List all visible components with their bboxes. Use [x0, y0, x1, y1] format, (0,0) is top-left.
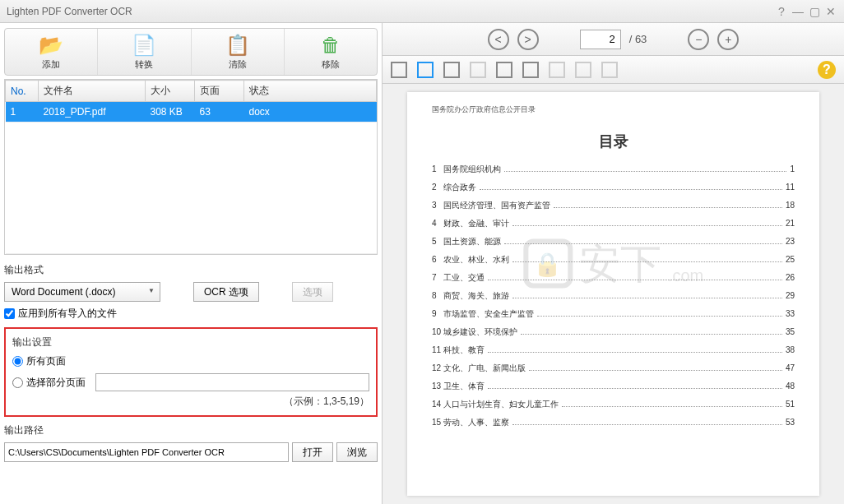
view-mode-4-icon	[470, 62, 486, 78]
preview-area: 国务院办公厅政府信息公开目录 目录 1国务院组织机构12综合政务113国民经济管…	[383, 84, 844, 504]
file-table: No. 文件名 大小 页面 状态 1 2018_PDF.pdf 308 KB 6…	[4, 79, 378, 255]
all-pages-label: 所有页面	[26, 354, 66, 368]
toc-line: 15劳动、人事、监察53	[432, 417, 795, 428]
toc-line: 7工业、交通26	[432, 272, 795, 284]
remove-icon: 🗑	[321, 34, 341, 57]
partial-pages-radio[interactable]: 选择部分页面	[12, 373, 369, 391]
all-pages-input[interactable]	[12, 356, 23, 367]
minimize-icon[interactable]: —	[791, 5, 805, 18]
view-mode-9-icon	[601, 62, 618, 78]
output-format-section: 输出格式 Word Document (.docx) OCR 选项 选项 应用到…	[4, 263, 378, 321]
clear-label: 清除	[229, 58, 247, 71]
ocr-options-button[interactable]: OCR 选项	[193, 282, 259, 302]
all-pages-radio[interactable]: 所有页面	[12, 354, 369, 368]
partial-pages-label: 选择部分页面	[26, 376, 86, 390]
apply-all-checkbox[interactable]: 应用到所有导入的文件	[4, 307, 378, 321]
toc-line: 1国务院组织机构1	[432, 164, 795, 175]
maximize-icon[interactable]: ▢	[808, 5, 821, 18]
clear-icon: 📋	[225, 34, 250, 57]
close-icon[interactable]: ✕	[824, 5, 837, 18]
browse-button[interactable]: 浏览	[336, 442, 378, 462]
view-mode-6-icon[interactable]	[522, 62, 539, 78]
cell-filename: 2018_PDF.pdf	[39, 102, 146, 123]
toc-line: 2综合政务11	[432, 182, 795, 193]
output-format-label: 输出格式	[4, 263, 378, 277]
partial-pages-input[interactable]	[12, 377, 23, 388]
toc-line: 3国民经济管理、国有资产监管18	[432, 200, 795, 211]
window-title: Lighten PDF Converter OCR	[7, 6, 772, 17]
next-page-button[interactable]: >	[517, 29, 539, 50]
cell-status: docx	[244, 102, 377, 123]
cell-no: 1	[6, 102, 39, 123]
zoom-in-button[interactable]: +	[717, 29, 739, 50]
folder-icon: 📂	[39, 34, 63, 57]
page-range-input[interactable]	[95, 373, 369, 391]
output-settings-label: 输出设置	[12, 335, 369, 349]
convert-button[interactable]: 📄 转换	[98, 29, 191, 75]
toc-line: 14人口与计划生育、妇女儿童工作51	[432, 399, 795, 410]
toc-line: 12文化、广电、新闻出版47	[432, 363, 795, 374]
add-label: 添加	[42, 58, 60, 71]
table-row[interactable]: 1 2018_PDF.pdf 308 KB 63 docx	[6, 102, 377, 123]
add-button[interactable]: 📂 添加	[5, 29, 98, 75]
remove-button[interactable]: 🗑 移除	[285, 29, 377, 75]
view-mode-5-icon[interactable]	[496, 62, 512, 78]
view-toolbar: ?	[383, 56, 844, 84]
col-no[interactable]: No.	[6, 81, 39, 102]
view-mode-1-icon[interactable]	[391, 62, 407, 78]
preview-page: 国务院办公厅政府信息公开目录 目录 1国务院组织机构12综合政务113国民经济管…	[407, 92, 819, 496]
help-icon[interactable]: ?	[775, 5, 788, 18]
output-path-label: 输出路径	[4, 423, 378, 437]
col-status[interactable]: 状态	[244, 81, 377, 102]
example-text: （示例：1,3-5,19）	[12, 395, 369, 409]
col-size[interactable]: 大小	[146, 81, 195, 102]
toc-line: 11科技、教育38	[432, 344, 795, 356]
empty-area	[6, 123, 377, 254]
prev-page-button[interactable]: <	[488, 29, 509, 50]
right-panel: < > / 63 − + ? 国务院办公厅政府信息公开目录 目录 1国	[383, 23, 844, 504]
toc-line: 8商贸、海关、旅游29	[432, 290, 795, 302]
toc-line: 5国土资源、能源23	[432, 236, 795, 247]
toc-line: 6农业、林业、水利25	[432, 254, 795, 266]
cell-pages: 63	[195, 102, 244, 123]
toc-line: 4财政、金融、审计21	[432, 218, 795, 229]
preview-help-icon[interactable]: ?	[818, 61, 836, 79]
clear-button[interactable]: 📋 清除	[192, 29, 285, 75]
convert-label: 转换	[135, 58, 153, 71]
col-filename[interactable]: 文件名	[39, 81, 146, 102]
cell-size: 308 KB	[146, 102, 195, 123]
view-mode-7-icon	[549, 62, 565, 78]
open-button[interactable]: 打开	[292, 442, 333, 462]
format-dropdown[interactable]: Word Document (.docx)	[4, 282, 160, 302]
path-input[interactable]	[4, 442, 289, 462]
view-mode-8-icon	[575, 62, 591, 78]
col-pages[interactable]: 页面	[195, 81, 244, 102]
convert-icon: 📄	[132, 34, 156, 57]
apply-all-label: 应用到所有导入的文件	[18, 307, 117, 321]
apply-all-input[interactable]	[4, 308, 15, 319]
doc-header: 国务院办公厅政府信息公开目录	[432, 104, 795, 115]
page-nav-toolbar: < > / 63 − +	[383, 23, 844, 56]
zoom-out-button[interactable]: −	[688, 29, 709, 50]
options-button: 选项	[292, 282, 333, 302]
toc-line: 9市场监管、安全生产监管33	[432, 308, 795, 320]
doc-title: 目录	[432, 132, 795, 151]
view-mode-3-icon[interactable]	[443, 62, 460, 78]
output-settings-section: 输出设置 所有页面 选择部分页面 （示例：1,3-5,19）	[4, 327, 378, 417]
page-total: / 63	[629, 33, 647, 45]
titlebar: Lighten PDF Converter OCR ? — ▢ ✕	[0, 0, 844, 23]
view-mode-2-icon[interactable]	[417, 62, 434, 78]
left-panel: 📂 添加 📄 转换 📋 清除 🗑 移除 No. 文件名	[0, 23, 383, 504]
toc: 1国务院组织机构12综合政务113国民经济管理、国有资产监管184财政、金融、审…	[432, 164, 795, 428]
main-toolbar: 📂 添加 📄 转换 📋 清除 🗑 移除	[4, 28, 378, 76]
output-path-section: 输出路径 打开 浏览	[4, 423, 378, 462]
toc-line: 10城乡建设、环境保护35	[432, 326, 795, 338]
toc-line: 13卫生、体育48	[432, 381, 795, 392]
current-page-input[interactable]	[580, 30, 621, 49]
remove-label: 移除	[322, 58, 340, 71]
